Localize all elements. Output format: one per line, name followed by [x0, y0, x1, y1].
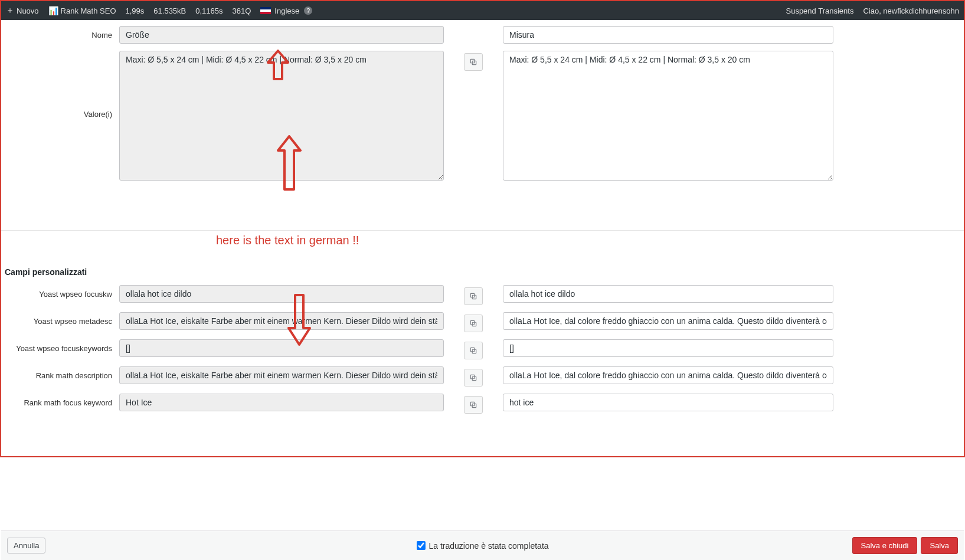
- copy-icon: [469, 319, 477, 328]
- flag-icon: [260, 7, 271, 14]
- row-yoast-focuskeywords: Yoast wpseo focuskeywords: [1, 339, 964, 359]
- rankmath-focus-target[interactable]: [503, 394, 833, 411]
- perf-time-val: 1,99s: [126, 6, 145, 15]
- copy-valore-button[interactable]: [464, 53, 483, 71]
- label-yoast-focuskw: Yoast wpseo focuskw: [1, 285, 119, 299]
- annotation-arrow-1: [266, 50, 289, 85]
- copy-focuskw-button[interactable]: [464, 287, 483, 305]
- language-switcher[interactable]: Inglese ?: [260, 6, 312, 15]
- label-yoast-focuskeywords: Yoast wpseo focuskeywords: [1, 339, 119, 353]
- yoast-focuskw-source[interactable]: [119, 285, 444, 303]
- row-yoast-metadesc: Yoast wpseo metadesc: [1, 312, 964, 332]
- copy-icon: [469, 58, 477, 66]
- row-nome: Nome: [1, 26, 964, 44]
- yoast-metadesc-target[interactable]: [503, 312, 833, 330]
- yoast-focuskeywords-source[interactable]: [119, 339, 444, 357]
- row-rankmath-description: Rank math description: [1, 366, 964, 387]
- label-yoast-metadesc: Yoast wpseo metadesc: [1, 312, 119, 326]
- row-valore: Valore(i) Maxi: Ø 5,5 x 24 cm | Midi: Ø …: [1, 51, 964, 181]
- rankmath-desc-target[interactable]: [503, 366, 833, 384]
- nome-target-input[interactable]: [503, 26, 833, 44]
- copy-icon: [469, 374, 477, 382]
- copy-metadesc-button[interactable]: [464, 315, 483, 332]
- rankmath-button[interactable]: 📊 Rank Math SEO: [48, 6, 116, 15]
- help-icon: ?: [304, 6, 312, 15]
- perf-time2[interactable]: 0,1165s: [195, 6, 223, 15]
- yoast-focuskeywords-target[interactable]: [503, 339, 833, 357]
- rankmath-desc-source[interactable]: [119, 366, 444, 384]
- new-button[interactable]: ＋ Nuovo: [6, 5, 39, 16]
- chart-icon: 📊: [48, 6, 58, 15]
- copy-icon: [469, 346, 477, 355]
- user-greeting[interactable]: Ciao, newfickdichhurensohn: [863, 6, 959, 15]
- yoast-focuskw-target[interactable]: [503, 285, 833, 303]
- annotation-arrow-2: [276, 135, 299, 171]
- annotation-text: here is the text in german !!: [216, 234, 359, 247]
- copy-icon: [469, 401, 477, 409]
- rankmath-label: Rank Math SEO: [61, 6, 116, 15]
- section-custom-fields: Campi personalizzati: [1, 238, 964, 285]
- yoast-metadesc-source[interactable]: [119, 312, 444, 330]
- annotation-arrow-3: [286, 293, 310, 340]
- label-rankmath-focus: Rank math focus keyword: [1, 394, 119, 407]
- copy-focuskeywords-button[interactable]: [464, 342, 483, 359]
- copy-rankmath-focus-button[interactable]: [464, 396, 483, 414]
- plus-icon: ＋: [6, 5, 14, 16]
- valore-target-textarea[interactable]: Maxi: Ø 5,5 x 24 cm | Midi: Ø 4,5 x 22 c…: [503, 51, 833, 181]
- copy-icon: [469, 292, 477, 300]
- label-valore: Valore(i): [1, 51, 119, 181]
- suspend-transients[interactable]: Suspend Transients: [786, 6, 853, 15]
- copy-rankmath-desc-button[interactable]: [464, 369, 483, 387]
- label-nome: Nome: [1, 26, 119, 40]
- nome-source-input[interactable]: [119, 26, 444, 44]
- row-rankmath-focus: Rank math focus keyword: [1, 394, 964, 414]
- new-label: Nuovo: [17, 6, 39, 15]
- admin-topbar: ＋ Nuovo 📊 Rank Math SEO 1,99s 61.535kB 0…: [1, 1, 964, 20]
- row-yoast-focuskw: Yoast wpseo focuskw: [1, 285, 964, 305]
- label-rankmath-description: Rank math description: [1, 366, 119, 380]
- separator-1: [1, 230, 964, 231]
- perf-queries[interactable]: 361Q: [233, 6, 251, 15]
- language-label: Inglese: [274, 6, 299, 15]
- perf-size[interactable]: 61.535kB: [153, 6, 186, 15]
- rankmath-focus-source[interactable]: [119, 394, 444, 411]
- perf-time[interactable]: 1,99s: [126, 6, 145, 15]
